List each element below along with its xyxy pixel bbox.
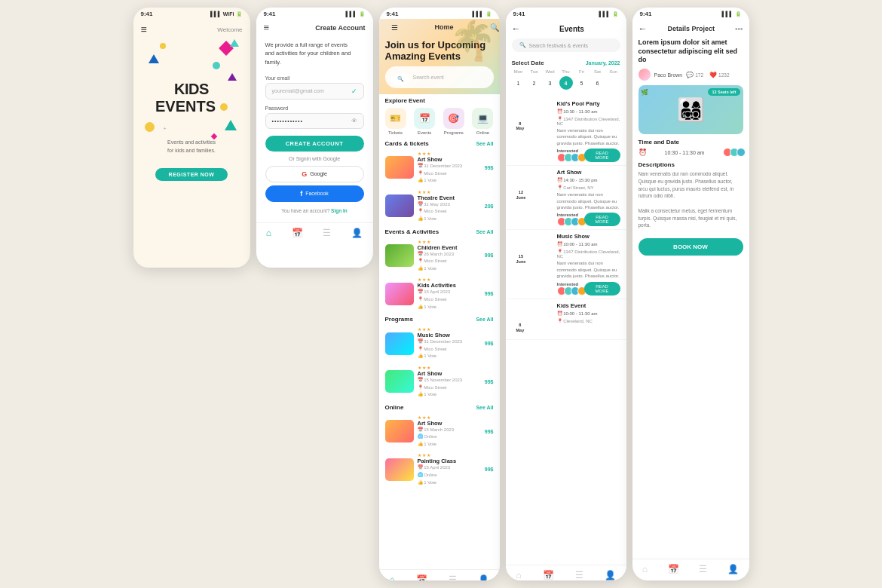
painting-info: ★★★ Painting Class 📅 15 April 2023 🌐 Onl… xyxy=(418,452,481,486)
card-online-art[interactable]: ★★★ Art Show 📅 15 March 2023 🌐 Online 👍 … xyxy=(379,412,500,451)
children-info: ★★★ Children Event 📅 26 March 2023 📍 Mic… xyxy=(418,239,481,273)
search-bar-home[interactable]: 🔍 Search event xyxy=(385,66,494,88)
battery-2: 🔋 xyxy=(359,11,366,17)
facebook-signin-button[interactable]: f Facebook xyxy=(265,185,364,202)
events-scroll[interactable]: 8May Kid's Pool Party ⏰ 10:30 - 11:30 am… xyxy=(506,97,626,565)
pool-party-interested: Interested READ MORE xyxy=(557,149,620,162)
home-nav-icon[interactable]: ☰ xyxy=(391,23,398,32)
hamburger-icon-2[interactable]: ≡ xyxy=(264,22,270,33)
online-see-all[interactable]: See All xyxy=(476,405,493,410)
like-stat: ❤️ 1232 xyxy=(709,72,729,78)
music-read-more[interactable]: READ MORE xyxy=(584,282,620,296)
clock-icon-detail: ⏰ xyxy=(639,149,647,156)
date-4[interactable]: 4 xyxy=(559,76,573,90)
signal-4: ▌▌▌ xyxy=(599,11,611,17)
pool-party-avatars xyxy=(557,153,584,162)
card-theatre[interactable]: ★★★ Theatre Event 📅 31 May 2023 📍 Mico S… xyxy=(379,187,500,225)
google-signin-button[interactable]: G Google xyxy=(265,166,364,182)
status-bar-2: 9:41 ▌▌▌ 🔋 xyxy=(256,8,373,19)
bnav-calendar-3[interactable]: 📅 xyxy=(416,574,427,580)
bnav-list-4[interactable]: ☰ xyxy=(575,570,583,580)
explore-tickets[interactable]: 🎫 Tickets xyxy=(385,108,406,135)
comment-icon: 💬 xyxy=(686,72,694,78)
art-show2-votes: 👍 1 Vote xyxy=(418,391,481,399)
theatre-date: 📅 31 May 2023 xyxy=(418,201,481,209)
bnav-profile-5[interactable]: 👤 xyxy=(727,564,739,574)
kids-title: KIDS xyxy=(155,81,228,98)
dots-menu-5[interactable]: ••• xyxy=(735,25,743,33)
bnav-profile-4[interactable]: 👤 xyxy=(605,570,616,580)
art-show-read-more[interactable]: READ MORE xyxy=(584,213,620,226)
card-painting[interactable]: ★★★ Painting Class 📅 15 April 2023 🌐 Onl… xyxy=(379,450,500,488)
bnav-calendar-2[interactable]: 📅 xyxy=(292,228,303,238)
day-fri: Fri xyxy=(575,69,589,74)
bnav-profile-3[interactable]: 👤 xyxy=(478,574,489,580)
deco-teal-triangle xyxy=(230,39,239,47)
bnav-home-5[interactable]: ⌂ xyxy=(642,564,648,574)
kids-bottom-name: Kids Event xyxy=(557,302,620,309)
back-button-4[interactable]: ← xyxy=(512,23,521,34)
bnav-list-2[interactable]: ☰ xyxy=(323,228,331,238)
music-host: 📍 Mico Street xyxy=(418,346,481,354)
bnav-home-3[interactable]: ⌂ xyxy=(389,574,394,580)
card-music-show[interactable]: ★★★ Music Show 📅 31 December 2023 📍 Mico… xyxy=(379,324,500,363)
book-now-button[interactable]: BOOK NOW xyxy=(639,238,743,256)
date-6[interactable]: 6 xyxy=(591,76,605,90)
date-3[interactable]: 3 xyxy=(544,76,557,90)
bnav-list-3[interactable]: ☰ xyxy=(449,574,457,580)
home-scroll[interactable]: Explore Event 🎫 Tickets 📅 Events 🎯 Progr… xyxy=(379,94,500,569)
events-activities-title: Events & Activities xyxy=(385,228,439,235)
eye-icon[interactable]: 👁 xyxy=(351,118,357,124)
programs-see-all[interactable]: See All xyxy=(476,317,493,322)
card-children-event[interactable]: ★★★ Children Event 📅 26 March 2023 📍 Mic… xyxy=(379,237,500,275)
register-button[interactable]: REGISTER NOW xyxy=(155,168,228,181)
back-button-5[interactable]: ← xyxy=(639,23,648,34)
card-kids-activities[interactable]: ★★★ Kids Activities 📅 15 April 2023 📍 Mi… xyxy=(379,274,500,313)
bnav-home-2[interactable]: ⌂ xyxy=(266,228,271,238)
events-see-all[interactable]: See All xyxy=(476,229,493,234)
date-1[interactable]: 1 xyxy=(512,76,525,90)
battery-3: 🔋 xyxy=(485,11,492,17)
art-show-list-name: Art Show xyxy=(557,169,620,176)
painting-votes: 👍 1 Vote xyxy=(418,479,481,487)
card-art-show2[interactable]: ★★★ Art Show 📅 15 November 2023 📍 Mico S… xyxy=(379,363,500,401)
bnav-calendar-5[interactable]: 📅 xyxy=(668,564,679,574)
explore-online[interactable]: 💻 Online xyxy=(472,108,493,135)
event-pool-party[interactable]: 8May Kid's Pool Party ⏰ 10:30 - 11:30 am… xyxy=(506,97,626,166)
explore-section-header: Explore Event xyxy=(379,94,500,106)
date-extra[interactable] xyxy=(607,76,620,90)
hamburger-icon[interactable]: ≡ xyxy=(141,23,147,35)
explore-programs[interactable]: 🎯 Programs xyxy=(443,108,464,135)
battery-5: 🔋 xyxy=(735,11,742,17)
date-2[interactable]: 2 xyxy=(528,76,541,90)
bnav-home-4[interactable]: ⌂ xyxy=(516,570,521,580)
pool-party-read-more[interactable]: READ MORE xyxy=(584,149,620,162)
screen-home: 9:41 ▌▌▌ 🔋 ☰ Home 🔍 🌴 Join us for Upcomi… xyxy=(379,8,500,580)
create-account-button[interactable]: CREATE ACCOUNT xyxy=(265,136,364,152)
cards-see-all[interactable]: See All xyxy=(476,141,493,146)
online-art-votes: 👍 1 Vote xyxy=(418,441,481,449)
card-art-show[interactable]: ★★★ Art Show 📅 31 December 2023 📍 Mico S… xyxy=(379,149,500,187)
art-show2-img xyxy=(385,370,414,393)
music-votes: 👍 1 Vote xyxy=(418,353,481,360)
tickets-icon-box: 🎫 xyxy=(385,108,406,129)
details-scroll[interactable]: Lorem ipsum dolor sit amet consectetur a… xyxy=(632,38,749,559)
password-input[interactable]: •••••••••••• 👁 xyxy=(265,113,364,129)
events-search-bar[interactable]: 🔍 Search festivals & events xyxy=(512,38,620,52)
bnav-profile-2[interactable]: 👤 xyxy=(351,228,363,238)
event-art-show[interactable]: 12June Art Show ⏰ 14:30 - 15:30 pm 📍 Car… xyxy=(506,166,626,230)
signin-link[interactable]: Sign In xyxy=(331,208,348,213)
bnav-calendar-4[interactable]: 📅 xyxy=(543,570,554,580)
wifi-icon: WiFi xyxy=(223,11,234,17)
explore-events[interactable]: 📅 Events xyxy=(414,108,435,135)
date-5[interactable]: 5 xyxy=(575,76,589,90)
author-name: Paco Brown xyxy=(654,72,683,78)
details-screen-title: Details Project xyxy=(667,25,715,32)
music-list-info: Music Show ⏰ 10:00 - 11:30 am 📍 1347 Dis… xyxy=(557,233,620,295)
music-name: Music Show xyxy=(418,332,481,338)
event-kids-bottom[interactable]: 8May Kids Event ⏰ 10:00 - 11:30 am 📍 Cle… xyxy=(506,299,626,340)
event-music-show[interactable]: 15June Music Show ⏰ 10:00 - 11:30 am 📍 1… xyxy=(506,230,626,299)
email-input[interactable]: youremail@gmail.com ✓ xyxy=(265,83,364,100)
status-icons-3: ▌▌▌ 🔋 xyxy=(473,11,492,17)
bnav-list-5[interactable]: ☰ xyxy=(699,564,707,574)
